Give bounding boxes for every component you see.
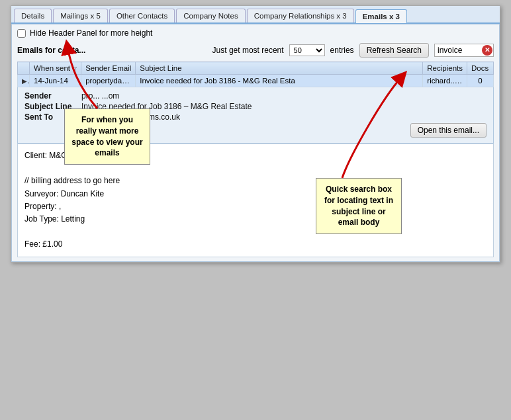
- tab-company-relationships[interactable]: Company Relationships x 3: [247, 9, 354, 22]
- tab-details[interactable]: Details: [14, 9, 52, 22]
- open-email-button[interactable]: Open this email...: [410, 123, 487, 138]
- email-line: // billing address to go here: [24, 175, 487, 187]
- th-when-sent[interactable]: When sent ▽: [30, 62, 81, 75]
- tab-other-contacts[interactable]: Other Contacts: [109, 9, 175, 22]
- email-line: Job Type: Letting: [24, 213, 487, 226]
- cell-sender: propertydashboards@gmail: [81, 75, 136, 87]
- th-expand: [18, 62, 30, 75]
- th-recipients[interactable]: Recipients: [423, 62, 467, 75]
- header-tooltip: For when you really want more space to v…: [64, 108, 150, 165]
- emails-table: When sent ▽ Sender Email Subject Line Re…: [17, 62, 494, 87]
- th-sender[interactable]: Sender Email: [81, 62, 136, 75]
- hide-header-checkbox[interactable]: [17, 29, 26, 38]
- search-clear-button[interactable]: ✕: [482, 45, 492, 56]
- row-expand[interactable]: ▶: [18, 75, 30, 87]
- th-docs[interactable]: Docs: [467, 62, 494, 75]
- tab-mailings[interactable]: Mailings x 5: [53, 9, 108, 22]
- cell-when-sent: 14-Jun-14: [30, 75, 81, 87]
- cell-docs: 0: [467, 75, 494, 87]
- search-wrapper: ✕: [434, 44, 494, 57]
- table-header-row: When sent ▽ Sender Email Subject Line Re…: [18, 62, 494, 75]
- search-tooltip: Quick search box for locating text in su…: [316, 178, 402, 234]
- emails-for-label: Emails for conta...: [17, 46, 85, 55]
- refresh-search-button[interactable]: Refresh Search: [359, 43, 429, 58]
- tab-company-notes[interactable]: Company Notes: [176, 9, 245, 22]
- toolbar-row: Emails for conta... Just get most recent…: [17, 43, 494, 58]
- main-container: Details Mailings x 5 Other Contacts Comp…: [11, 5, 500, 263]
- cell-recipients: richard...@boe-systems.co.uk: [423, 75, 467, 87]
- email-line: Property: ,: [24, 200, 487, 213]
- email-line: Surveyor: Duncan Kite: [24, 188, 487, 200]
- th-subject[interactable]: Subject Line: [136, 62, 423, 75]
- hide-header-row: Hide Header Panel for more height: [17, 28, 494, 38]
- email-line: Fee: £1.00: [24, 238, 487, 251]
- entries-select[interactable]: 50 25 100 All: [289, 44, 325, 56]
- tabs-bar: Details Mailings x 5 Other Contacts Comp…: [11, 6, 500, 24]
- cell-subject: Invoice needed for Job 3186 - M&G Real E…: [136, 75, 423, 87]
- sender-row: Sender pro... ...om: [24, 91, 487, 101]
- sender-value: pro... ...om: [81, 91, 119, 101]
- sender-label: Sender: [24, 91, 77, 101]
- tab-emails[interactable]: Emails x 3: [355, 9, 407, 23]
- sort-icon-when-sent: ▽: [72, 65, 77, 72]
- hide-header-label: Hide Header Panel for more height: [30, 28, 152, 38]
- entries-label: entries: [330, 46, 354, 55]
- recent-label: Just get most recent: [212, 46, 284, 55]
- table-row[interactable]: ▶ 14-Jun-14 propertydashboards@gmail Inv…: [18, 75, 494, 87]
